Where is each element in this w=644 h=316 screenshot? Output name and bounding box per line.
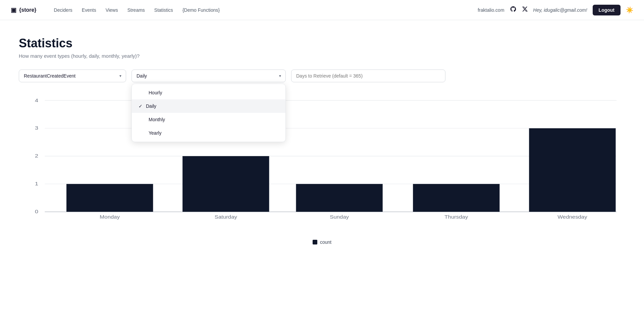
period-select[interactable]: Hourly Daily Monthly Yearly bbox=[131, 70, 286, 82]
nav-domain: fraktalio.com bbox=[478, 7, 504, 13]
nav-greeting: Hey, idugalic@gmail.com! bbox=[533, 7, 587, 13]
bar-saturday bbox=[182, 156, 269, 212]
svg-text:1: 1 bbox=[35, 181, 38, 186]
github-icon[interactable] bbox=[510, 6, 517, 14]
svg-text:Thursday: Thursday bbox=[444, 214, 468, 220]
dropdown-item-yearly[interactable]: Yearly bbox=[132, 126, 285, 140]
dropdown-yearly-label: Yearly bbox=[149, 130, 161, 136]
svg-text:0: 0 bbox=[35, 209, 38, 214]
nav-deciders[interactable]: Deciders bbox=[50, 5, 76, 15]
bar-chart: 4 3 2 1 0 Monday Saturday Sunday Thursda… bbox=[19, 93, 625, 234]
svg-text:Wednesday: Wednesday bbox=[557, 214, 587, 220]
dropdown-item-hourly[interactable]: Hourly bbox=[132, 86, 285, 99]
bar-monday bbox=[66, 184, 153, 212]
brand[interactable]: ▣ {store} bbox=[11, 6, 37, 14]
dropdown-item-monthly[interactable]: Monthly bbox=[132, 113, 285, 126]
brand-icon: ▣ bbox=[11, 6, 16, 14]
legend-color-box bbox=[313, 240, 317, 244]
event-select-wrapper: RestaurantCreatedEvent ▾ bbox=[19, 70, 126, 82]
chart-container: 4 3 2 1 0 Monday Saturday Sunday Thursda… bbox=[19, 93, 625, 234]
page-title: Statistics bbox=[19, 36, 625, 50]
controls-row: RestaurantCreatedEvent ▾ Hourly Daily Mo… bbox=[19, 70, 625, 82]
svg-text:3: 3 bbox=[35, 125, 38, 131]
dropdown-monthly-label: Monthly bbox=[149, 117, 165, 122]
nav-streams[interactable]: Streams bbox=[123, 5, 149, 15]
main-content: Statistics How many event types (hourly,… bbox=[0, 20, 644, 261]
days-input[interactable] bbox=[291, 70, 445, 82]
bar-thursday bbox=[413, 184, 499, 212]
twitter-icon[interactable] bbox=[522, 6, 528, 14]
navbar: ▣ {store} Deciders Events Views Streams … bbox=[0, 0, 644, 20]
chart-legend: count bbox=[19, 239, 625, 245]
svg-text:2: 2 bbox=[35, 153, 38, 159]
nav-links: Deciders Events Views Streams Statistics… bbox=[50, 5, 478, 15]
page-subtitle: How many event types (hourly, daily, mon… bbox=[19, 53, 625, 59]
bar-sunday bbox=[296, 184, 383, 212]
svg-text:Sunday: Sunday bbox=[330, 214, 349, 220]
theme-toggle-icon[interactable]: ☀️ bbox=[626, 6, 633, 14]
nav-events[interactable]: Events bbox=[78, 5, 100, 15]
legend-label: count bbox=[320, 239, 331, 245]
daily-check-icon: ✓ bbox=[139, 103, 143, 109]
nav-right: fraktalio.com Hey, idugalic@gmail.com! L… bbox=[478, 5, 633, 15]
dropdown-item-daily[interactable]: ✓ Daily bbox=[132, 99, 285, 113]
svg-text:4: 4 bbox=[35, 97, 38, 103]
event-select[interactable]: RestaurantCreatedEvent bbox=[19, 70, 126, 82]
nav-statistics[interactable]: Statistics bbox=[150, 5, 177, 15]
nav-demo-functions[interactable]: {Demo Functions} bbox=[178, 5, 224, 15]
svg-text:Monday: Monday bbox=[100, 214, 120, 220]
period-dropdown: Hourly ✓ Daily Monthly Yearly bbox=[131, 84, 286, 142]
svg-text:Saturday: Saturday bbox=[215, 214, 237, 220]
period-select-wrapper: Hourly Daily Monthly Yearly ▾ Hourly ✓ D… bbox=[131, 70, 286, 82]
dropdown-hourly-label: Hourly bbox=[149, 90, 162, 95]
brand-name: {store} bbox=[19, 7, 37, 13]
bar-wednesday bbox=[529, 128, 615, 212]
logout-button[interactable]: Logout bbox=[593, 5, 621, 15]
dropdown-daily-label: Daily bbox=[146, 103, 156, 109]
nav-views[interactable]: Views bbox=[102, 5, 122, 15]
